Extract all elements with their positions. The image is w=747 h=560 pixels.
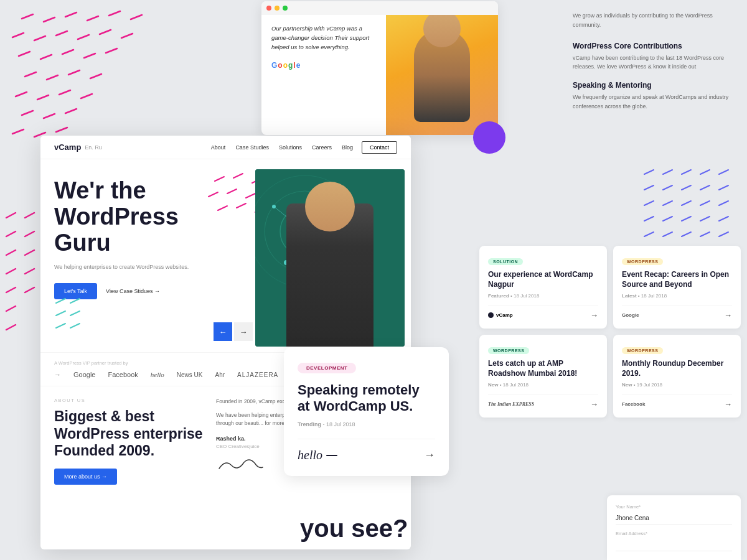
hero-section: We'r the WordPress Guru We helping enter… [40,159,411,352]
right-intro: We grow as individuals by contributing t… [573,11,735,30]
email-input[interactable] [616,539,732,551]
blog-card-2-tag: WORDPRESS [622,258,663,265]
speaking-text: We frequently organize and speak at Word… [573,93,735,111]
blog-card-4: WORDPRESS Monthly Roundup December 2019.… [613,335,741,418]
hello-partner-logo: hello [151,371,164,378]
blog-card-3-title: Lets catch up at AMP Roadshow Mumbai 201… [488,359,598,378]
blog-card-4-tag: WORDPRESS [622,347,663,354]
svg-line-101 [70,324,80,328]
prev-slide-button[interactable]: ← [214,322,232,341]
feature-blog-tag: DEVELOPMENT [298,363,356,373]
blog-card-1-meta: Featured • 18 Jul 2018 [488,293,598,299]
blog-card-3-source: The Indian EXPRESS [488,401,534,407]
blog-card-1: SOLUTION Our experience at WordCamp Nagp… [479,246,607,329]
blog-card-3-arrow[interactable]: → [590,399,598,409]
nav-contact-button[interactable]: Contact [362,141,397,154]
testimonial-quote: Our partnership with vCamp was a game-ch… [271,24,376,52]
blog-card-2-meta: Latest • 18 Jul 2018 [622,293,732,299]
core-contributions-title: WordPress Core Contributions [573,42,735,50]
svg-line-99 [70,299,80,303]
blog-card-1-arrow[interactable]: → [590,310,598,320]
blog-card-3-tag: WORDPRESS [488,347,529,354]
speaking-section: Speaking & Mentoring We frequently organ… [573,81,735,111]
blog-card-1-title: Our experience at WordCamp Nagpur [488,270,598,289]
svg-line-74 [233,174,243,178]
hello-brand-logo: hello [298,448,322,462]
svg-line-77 [227,189,237,194]
name-input[interactable] [616,512,732,525]
hero-text: We'r the WordPress Guru We helping enter… [54,178,204,299]
feature-blog-card: DEVELOPMENT Speaking remotely at WordCam… [284,347,449,476]
right-panel: We grow as individuals by contributing t… [560,1,747,131]
blog-card-2-source: Google [622,312,639,318]
hero-image [255,169,405,347]
name-field-container: Your Name* [616,504,732,525]
blog-card-4-arrow[interactable]: → [724,399,732,409]
nav-blog[interactable]: Blog [342,144,353,151]
svg-line-100 [70,311,80,315]
svg-line-73 [215,177,224,181]
google-partner-logo: Google [73,371,95,378]
arrow-icon: → [54,371,61,378]
aljazeera-partner-logo: ALJAZEERA [237,371,278,378]
about-title: Biggest & best WordPress enterprise Foun… [54,408,204,460]
svg-line-81 [237,203,246,208]
blog-card-1-source: vCamp [488,312,513,318]
blog-card-3-meta: New • 18 Jul 2018 [488,382,598,388]
slider-nav: ← → [214,322,253,341]
svg-line-96 [56,299,65,303]
ahr-partner-logo: Ahr [215,371,225,378]
feature-blog-title: Speaking remotely at WordCamp US. [298,382,435,415]
name-label: Your Name* [616,504,732,510]
nav-careers[interactable]: Careers [312,144,332,151]
feature-blog-source: hello [298,448,337,462]
svg-line-78 [246,194,255,198]
hero-secondary-link[interactable]: View Case Stidues → [106,288,160,294]
facebook-partner-logo: Facebook [108,371,138,378]
blog-card-2-arrow[interactable]: → [724,310,732,320]
blog-card-4-source: Facebook [622,401,645,407]
feature-blog-arrow[interactable]: → [424,449,435,462]
email-label: Email Address* [616,531,732,536]
blog-card-4-title: Monthly Roundup December 2019. [622,359,732,378]
mockup-lang: En. Ru [85,144,102,151]
feature-blog-meta: Trending - 18 Jul 2018 [298,421,435,427]
core-contributions-text: vCamp have been contributing to the last… [573,54,735,72]
svg-line-98 [56,324,65,328]
about-cta-button[interactable]: More about us → [54,469,117,485]
next-slide-button[interactable]: → [234,322,253,341]
about-text: ABOUT US Biggest & best WordPress enterp… [54,398,204,485]
contact-form: Your Name* Email Address* [607,495,741,560]
website-mockup: vCamp En. Ru About Case Studies Solution… [40,136,411,549]
svg-line-80 [218,206,227,210]
nav-solutions[interactable]: Solutions [279,144,302,151]
blog-card-3: WORDPRESS Lets catch up at AMP Roadshow … [479,335,607,418]
blog-card-2: WORDPRESS Event Recap: Careers in Open S… [613,246,741,329]
speaking-title: Speaking & Mentoring [573,81,735,90]
you-see-text: you see? [300,515,408,543]
purple-circle [473,121,505,154]
blog-grid: SOLUTION Our experience at WordCamp Nagp… [479,246,741,418]
blog-card-4-meta: New • 19 Jul 2018 [622,382,732,388]
newsuk-partner-logo: News UK [177,371,203,378]
google-logo: G o o g l e [271,61,376,70]
blog-card-2-title: Event Recap: Careers in Open Source and … [622,270,732,289]
svg-line-97 [56,311,65,315]
svg-line-76 [209,192,218,197]
blog-card-1-tag: SOLUTION [488,258,523,265]
nav-casestudies[interactable]: Case Studies [235,144,269,151]
hero-subtitle: We helping enterprises to create WordPre… [54,263,204,272]
mockup-navbar: vCamp En. Ru About Case Studies Solution… [40,136,411,159]
about-label: ABOUT US [54,398,204,403]
email-field-container: Email Address* [616,531,732,551]
hero-title: We'r the WordPress Guru [54,178,204,256]
core-contributions-section: WordPress Core Contributions vCamp have … [573,42,735,72]
mockup-logo: vCamp [54,142,81,152]
nav-about[interactable]: About [211,144,226,151]
